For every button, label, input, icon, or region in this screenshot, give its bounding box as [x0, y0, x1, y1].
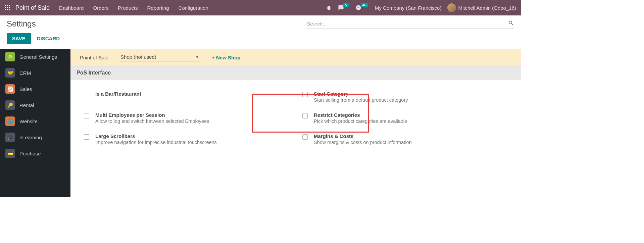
sidebar-item-elearning[interactable]: 🎓 eLearning — [0, 129, 70, 145]
top-nav: Point of Sale Dashboard Orders Products … — [0, 0, 521, 15]
user-menu[interactable]: Mitchell Admin (Odoo_16) — [447, 3, 516, 12]
search-wrap — [306, 19, 514, 29]
setting-bar-restaurant: Is a Bar/Restaurant — [84, 91, 289, 103]
user-name: Mitchell Admin (Odoo_16) — [458, 5, 516, 11]
sidebar-item-purchase[interactable]: 💳 Purchase — [0, 145, 70, 161]
nav-configuration[interactable]: Configuration — [179, 5, 208, 11]
setting-title: Start Category — [314, 91, 408, 97]
chevron-down-icon: ▼ — [195, 55, 199, 59]
new-shop-button[interactable]: + New Shop — [212, 55, 240, 60]
settings-grid: Is a Bar/Restaurant Start Category Start… — [70, 80, 521, 156]
sidebar-item-rental[interactable]: 🔑 Rental — [0, 97, 70, 113]
sidebar-item-website[interactable]: 🌐 Website — [0, 113, 70, 129]
nav-products[interactable]: Products — [118, 5, 138, 11]
actions-row: SAVE DISCARD — [0, 29, 521, 49]
right-nav: 5 46 My Company (San Francisco) Mitchell… — [326, 3, 516, 12]
setting-title: Margins & Costs — [314, 133, 412, 139]
graduation-icon: 🎓 — [5, 133, 15, 142]
company-switcher[interactable]: My Company (San Francisco) — [375, 5, 441, 11]
sidebar-item-label: General Settings — [19, 54, 57, 60]
avatar — [447, 3, 456, 12]
sidebar-item-label: Rental — [19, 102, 34, 108]
key-icon: 🔑 — [5, 100, 15, 110]
config-label: Point of Sale — [80, 55, 108, 60]
setting-desc: Pick which product categories are availa… — [314, 118, 407, 124]
sidebar-item-label: Website — [19, 118, 38, 124]
handshake-icon: 🤝 — [5, 68, 15, 78]
setting-title: Large Scrollbars — [95, 133, 217, 139]
config-bar: Point of Sale Shop (not used) ▼ + New Sh… — [70, 49, 521, 66]
setting-desc: Allow to log and switch between selected… — [95, 118, 209, 124]
checkbox-large-scrollbars[interactable] — [84, 134, 89, 140]
discard-button[interactable]: DISCARD — [37, 36, 60, 41]
setting-title: Is a Bar/Restaurant — [95, 91, 141, 97]
page-title: Settings — [7, 19, 36, 29]
setting-large-scrollbars: Large Scrollbars Improve navigation for … — [84, 133, 289, 145]
shop-select[interactable]: Shop (not used) ▼ — [120, 53, 200, 61]
header-row: Settings — [0, 15, 521, 29]
checkbox-bar-restaurant[interactable] — [84, 92, 89, 97]
app-brand[interactable]: Point of Sale — [15, 4, 50, 11]
chart-icon: 📈 — [5, 84, 15, 94]
checkbox-multi-employees[interactable] — [84, 113, 89, 118]
activities-badge: 46 — [361, 3, 368, 7]
checkbox-margins-costs[interactable] — [302, 134, 308, 140]
nav-orders[interactable]: Orders — [93, 5, 108, 11]
gear-icon: ⚙ — [5, 52, 15, 61]
setting-start-category: Start Category Start selling from a defa… — [302, 91, 507, 103]
section-header: PoS Interface — [70, 66, 521, 80]
shop-select-value: Shop (not used) — [120, 54, 156, 60]
search-icon[interactable] — [508, 20, 514, 28]
messages-icon[interactable]: 5 — [338, 5, 349, 11]
setting-title: Restrict Categories — [314, 112, 407, 118]
sidebar-item-label: eLearning — [19, 135, 42, 140]
messages-badge: 5 — [343, 3, 349, 7]
setting-desc: Start selling from a default product cat… — [314, 97, 408, 103]
sidebar-item-label: Purchase — [19, 151, 41, 156]
sidebar-item-general[interactable]: ⚙ General Settings — [0, 49, 70, 65]
sidebar-item-sales[interactable]: 📈 Sales — [0, 81, 70, 97]
body-split: ⚙ General Settings 🤝 CRM 📈 Sales 🔑 Renta… — [0, 49, 521, 197]
debug-icon[interactable] — [326, 5, 332, 11]
nav-dashboard[interactable]: Dashboard — [59, 5, 84, 11]
activities-icon[interactable]: 46 — [355, 5, 369, 11]
setting-title: Multi Employees per Session — [95, 112, 209, 118]
apps-icon[interactable] — [5, 5, 11, 11]
checkbox-start-category[interactable] — [302, 92, 308, 97]
setting-desc: Show margins & costs on product informat… — [314, 140, 412, 145]
sidebar-item-label: CRM — [19, 70, 31, 76]
sidebar-item-crm[interactable]: 🤝 CRM — [0, 65, 70, 81]
checkbox-restrict-categories[interactable] — [302, 113, 308, 118]
main-pane: Point of Sale Shop (not used) ▼ + New Sh… — [70, 49, 521, 197]
setting-multi-employees: Multi Employees per Session Allow to log… — [84, 112, 289, 124]
setting-desc: Improve navigation for imprecise industr… — [95, 140, 217, 145]
nav-reporting[interactable]: Reporting — [147, 5, 169, 11]
sidebar-item-label: Sales — [19, 86, 32, 92]
search-input[interactable] — [306, 19, 508, 29]
nav-links: Dashboard Orders Products Reporting Conf… — [59, 5, 208, 11]
setting-margins-costs: Margins & Costs Show margins & costs on … — [302, 133, 507, 145]
setting-restrict-categories: Restrict Categories Pick which product c… — [302, 112, 507, 124]
globe-icon: 🌐 — [5, 116, 15, 126]
settings-sidebar: ⚙ General Settings 🤝 CRM 📈 Sales 🔑 Renta… — [0, 49, 70, 197]
cart-icon: 💳 — [5, 149, 15, 158]
save-button[interactable]: SAVE — [7, 33, 31, 44]
